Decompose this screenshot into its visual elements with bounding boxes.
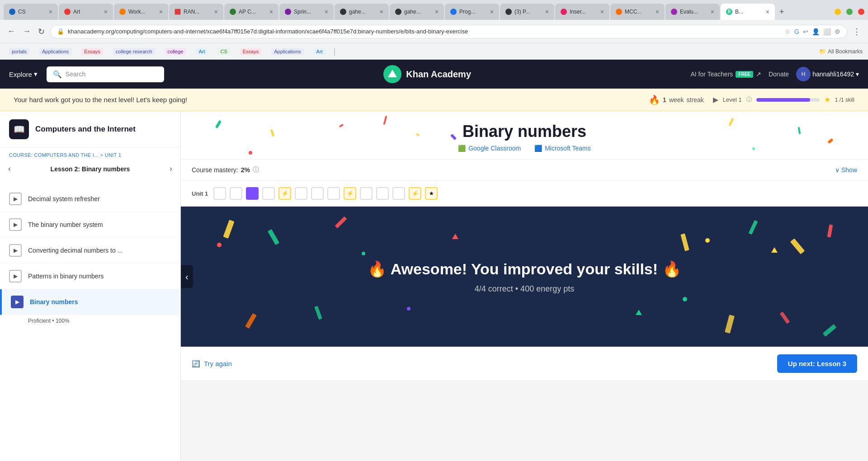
username-label: hannahli16492 <box>812 71 854 78</box>
main-content: 📖 Computers and the Internet COURSE: COM… <box>0 111 868 461</box>
try-again-button[interactable]: 🔄 Try again <box>192 360 232 368</box>
sidebar-item-decimal[interactable]: ▶ Decimal system refresher <box>0 186 180 212</box>
tab-favicon-gh2 <box>395 9 401 15</box>
tab-title-ins: Inser... <box>570 9 598 15</box>
extension-icon-1[interactable]: G <box>794 28 799 35</box>
bookmark-cs[interactable]: CS <box>214 47 233 56</box>
tab-favicon-spring <box>285 9 291 15</box>
tab-gh1[interactable]: gahe... × <box>335 4 389 20</box>
tab-title-mcc: MCC... <box>625 9 653 15</box>
back-button[interactable]: ← <box>5 25 17 38</box>
tab-close-art[interactable]: × <box>104 8 108 15</box>
bookmark-essays-2[interactable]: Essays <box>236 47 265 56</box>
ai-teachers-label: AI for Teachers <box>690 71 733 78</box>
tab-close-ap[interactable]: × <box>269 8 273 15</box>
search-bar[interactable]: 🔍 Search <box>47 66 164 82</box>
page-title: Binary numbers <box>194 122 854 141</box>
browser-frame: CS × Art × Work... × RAN... × AP C... × … <box>0 0 868 60</box>
success-subtitle: 4/4 correct • 400 energy pts <box>475 284 574 294</box>
google-classroom-link[interactable]: 🟩 Google Classroom <box>458 145 521 152</box>
breadcrumb[interactable]: COURSE: COMPUTERS AND THE I... > UNIT 1 <box>0 148 180 160</box>
extensions-button[interactable]: ⋮ <box>851 25 863 38</box>
explore-label: Explore <box>9 71 32 78</box>
all-bookmarks[interactable]: 📁 All Bookmarks <box>819 48 863 55</box>
address-bar[interactable]: 🔒 khanacademy.org/computing/computers-an… <box>50 25 847 38</box>
art-1-label: Art <box>196 48 208 55</box>
level-info-icon[interactable]: ⓘ <box>746 96 752 103</box>
forward-button[interactable]: → <box>21 25 33 38</box>
tab-work[interactable]: Work... × <box>114 4 168 20</box>
extension-icon-2[interactable]: ↩ <box>803 28 808 35</box>
star-icon[interactable]: ☆ <box>785 28 791 35</box>
tab-b-active[interactable]: B B... × <box>721 4 775 20</box>
tab-close-spring[interactable]: × <box>325 8 328 15</box>
reload-button[interactable]: ↻ <box>36 25 47 38</box>
tab-ins[interactable]: Inser... × <box>555 4 609 20</box>
lesson-next-button[interactable]: › <box>168 162 174 175</box>
donate-link[interactable]: Donate <box>769 71 789 78</box>
extension-icon-4[interactable]: ⬜ <box>823 28 831 35</box>
sidebar-item-patterns[interactable]: ▶ Patterns in binary numbers <box>0 263 180 289</box>
streak-unit: streak <box>687 96 704 103</box>
ai-teachers-link[interactable]: AI for Teachers FREE ↗ <box>690 71 761 78</box>
show-button[interactable]: ∨ Show <box>835 166 857 174</box>
sidebar-item-converting[interactable]: ▶ Converting decimal numbers to ... <box>0 238 180 263</box>
bookmark-portals[interactable]: portals <box>5 47 33 56</box>
tab-close-work[interactable]: × <box>159 8 163 15</box>
bookmark-college[interactable]: college <box>161 47 190 56</box>
tab-gh2[interactable]: gahe... × <box>390 4 444 20</box>
bookmark-applications-1[interactable]: Applications <box>36 47 75 56</box>
tab-rank[interactable]: RAN... × <box>169 4 223 20</box>
tab-prog[interactable]: Prog... × <box>445 4 499 20</box>
tab-cs[interactable]: CS × <box>4 4 58 20</box>
address-icons: ☆ G ↩ 👤 ⬜ ⚙ <box>785 28 840 35</box>
sidebar-item-binary-system[interactable]: ▶ The binary number system <box>0 212 180 238</box>
art-2-label: Art <box>314 48 326 55</box>
tab-spring[interactable]: Sprin... × <box>279 4 334 20</box>
new-tab-button[interactable]: + <box>776 5 788 19</box>
window-minimize[interactable] <box>835 9 841 15</box>
tab-close-mcc[interactable]: × <box>656 8 659 15</box>
prev-exercise-button[interactable]: ‹ <box>181 265 193 288</box>
tab-close-rank[interactable]: × <box>214 8 218 15</box>
tab-mcc[interactable]: MCC... × <box>610 4 665 20</box>
extension-icon-5[interactable]: ⚙ <box>835 28 840 35</box>
user-menu[interactable]: H hannahli16492 ▾ <box>796 67 859 81</box>
window-close[interactable] <box>858 9 864 15</box>
unit-label: Unit 1 <box>192 190 208 197</box>
tab-close-prog[interactable]: × <box>490 8 494 15</box>
bookmark-college-research[interactable]: college research <box>109 47 159 56</box>
lesson-prev-button[interactable]: ‹ <box>6 162 13 175</box>
bookmark-art-1[interactable]: Art <box>192 47 211 56</box>
tab-close-eval[interactable]: × <box>711 8 714 15</box>
tab-title-b: B... <box>735 9 763 15</box>
tab-ap[interactable]: AP C... × <box>224 4 278 20</box>
tab-close-gh3[interactable]: × <box>545 8 549 15</box>
tab-favicon-cs <box>9 9 15 15</box>
bookmark-applications-2[interactable]: Applications <box>268 47 307 56</box>
bookmark-art-2[interactable]: Art <box>310 47 329 56</box>
explore-menu[interactable]: Explore ▾ <box>9 70 38 78</box>
microsoft-teams-link[interactable]: 🟦 Microsoft Teams <box>534 145 591 152</box>
progress-dot-star: ★ <box>425 187 438 200</box>
progress-dot-1 <box>213 187 226 200</box>
tab-title-eval: Evalu... <box>680 9 708 15</box>
mastery-info-icon[interactable]: ⓘ <box>253 166 259 174</box>
sidebar-header: 📖 Computers and the Internet <box>0 111 180 148</box>
window-maximize[interactable] <box>846 9 853 15</box>
tab-eval[interactable]: Evalu... × <box>665 4 720 20</box>
tab-gh3[interactable]: (3) P... × <box>500 4 554 20</box>
tab-favicon-mcc <box>616 9 622 15</box>
bookmark-essays-1[interactable]: Essays <box>78 47 106 56</box>
next-lesson-button[interactable]: Up next: Lesson 3 <box>777 354 857 373</box>
tab-art[interactable]: Art × <box>59 4 113 20</box>
tab-close-gh1[interactable]: × <box>380 8 383 15</box>
progress-dot-7 <box>311 187 324 200</box>
sidebar-item-binary-numbers-active[interactable]: ▶ Binary numbers <box>0 289 180 315</box>
extension-icon-3[interactable]: 👤 <box>812 28 820 35</box>
tab-close-cs[interactable]: × <box>49 8 52 15</box>
tab-close-gh2[interactable]: × <box>435 8 439 15</box>
address-text: khanacademy.org/computing/computers-and-… <box>68 28 781 35</box>
tab-close-ins[interactable]: × <box>600 8 604 15</box>
tab-close-b[interactable]: × <box>766 8 769 15</box>
